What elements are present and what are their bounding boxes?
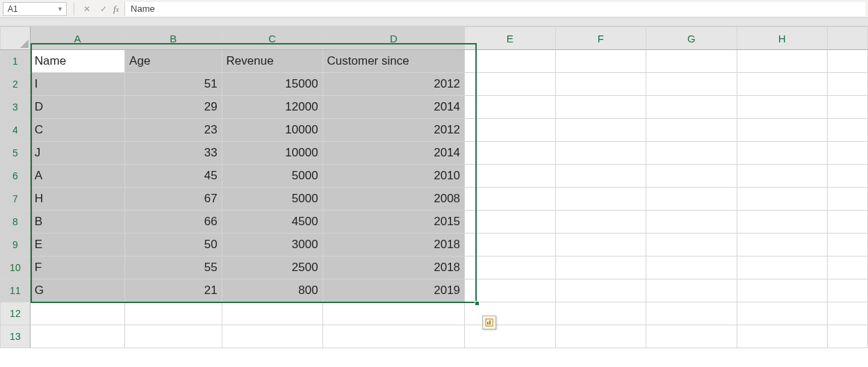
cell[interactable]: B [30,211,124,234]
cell[interactable] [828,188,868,211]
cell[interactable]: 2018 [322,256,464,279]
cell[interactable]: 33 [125,142,222,165]
row-header[interactable]: 11 [1,279,31,302]
cell[interactable] [555,279,646,302]
row-header[interactable]: 9 [1,234,31,256]
cell[interactable]: 51 [125,73,222,96]
cell[interactable] [30,325,124,348]
cell[interactable] [555,325,646,348]
cell[interactable] [737,234,827,256]
cell[interactable] [465,119,555,142]
cell[interactable] [646,325,737,348]
cell[interactable] [828,142,868,165]
cell[interactable]: Customer since [322,50,464,73]
cell[interactable] [646,96,737,119]
cell[interactable]: 5000 [222,165,322,188]
cell[interactable]: J [30,142,124,165]
row-header[interactable]: 6 [1,165,31,188]
cell[interactable] [555,234,646,256]
cell[interactable] [737,302,827,325]
cell[interactable]: 67 [125,188,222,211]
cell[interactable] [125,325,222,348]
select-all-corner[interactable] [1,27,31,50]
cell[interactable]: 5000 [222,188,322,211]
cell[interactable] [646,188,737,211]
col-header-E[interactable]: E [465,27,555,50]
col-header-H[interactable]: H [737,27,827,50]
cell[interactable] [322,325,464,348]
cell[interactable]: 2018 [322,234,464,256]
cell[interactable] [555,73,646,96]
cell[interactable]: 2008 [322,188,464,211]
cell[interactable] [646,73,737,96]
cell[interactable] [555,211,646,234]
cell[interactable] [646,234,737,256]
cell[interactable] [465,188,555,211]
cell[interactable] [646,279,737,302]
row-header[interactable]: 2 [1,73,31,96]
cell[interactable] [646,256,737,279]
cell[interactable] [737,165,827,188]
cell[interactable] [828,165,868,188]
col-header-G[interactable]: G [646,27,737,50]
cell[interactable] [646,211,737,234]
cell[interactable] [737,279,827,302]
cell[interactable] [828,302,868,325]
cell[interactable]: 3000 [222,234,322,256]
cell[interactable]: Name [30,50,124,73]
cell[interactable] [646,302,737,325]
cell[interactable]: 10000 [222,142,322,165]
cell[interactable] [555,50,646,73]
cell[interactable] [737,96,827,119]
cell[interactable] [828,96,868,119]
cell[interactable] [465,211,555,234]
cell[interactable]: 50 [125,234,222,256]
cell[interactable]: Revenue [222,50,322,73]
col-header-D[interactable]: D [322,27,464,50]
cell[interactable]: A [30,165,124,188]
cell[interactable] [828,234,868,256]
cell[interactable]: D [30,96,124,119]
cell[interactable] [555,119,646,142]
cell[interactable] [737,325,827,348]
fill-handle[interactable] [475,301,480,306]
cell[interactable] [828,211,868,234]
cell[interactable] [465,165,555,188]
cell[interactable]: H [30,188,124,211]
cell[interactable]: 2010 [322,165,464,188]
cell[interactable]: 2014 [322,96,464,119]
cell[interactable]: 45 [125,165,222,188]
cell[interactable] [222,325,322,348]
cell[interactable]: 55 [125,256,222,279]
cell[interactable] [465,73,555,96]
cell[interactable] [465,279,555,302]
cell[interactable] [828,256,868,279]
cell[interactable] [555,165,646,188]
cell[interactable] [465,234,555,256]
cell[interactable] [828,325,868,348]
cell[interactable] [828,50,868,73]
cell[interactable] [828,119,868,142]
cell[interactable] [737,188,827,211]
cell[interactable]: E [30,234,124,256]
row-header[interactable]: 12 [1,302,31,325]
cell[interactable] [737,50,827,73]
quick-analysis-icon[interactable] [482,316,496,329]
col-header-A[interactable]: A [30,27,124,50]
row-header[interactable]: 7 [1,188,31,211]
row-header[interactable]: 3 [1,96,31,119]
cell[interactable] [555,302,646,325]
cell[interactable]: 21 [125,279,222,302]
row-header[interactable]: 4 [1,119,31,142]
cell[interactable] [322,302,464,325]
col-header-C[interactable]: C [222,27,322,50]
formula-input[interactable] [124,2,865,16]
cell[interactable] [465,325,555,348]
cell[interactable]: 2500 [222,256,322,279]
row-header[interactable]: 10 [1,256,31,279]
cell[interactable]: 23 [125,119,222,142]
cell[interactable]: Age [125,50,222,73]
cell[interactable] [555,256,646,279]
cell[interactable] [465,142,555,165]
cell[interactable]: C [30,119,124,142]
